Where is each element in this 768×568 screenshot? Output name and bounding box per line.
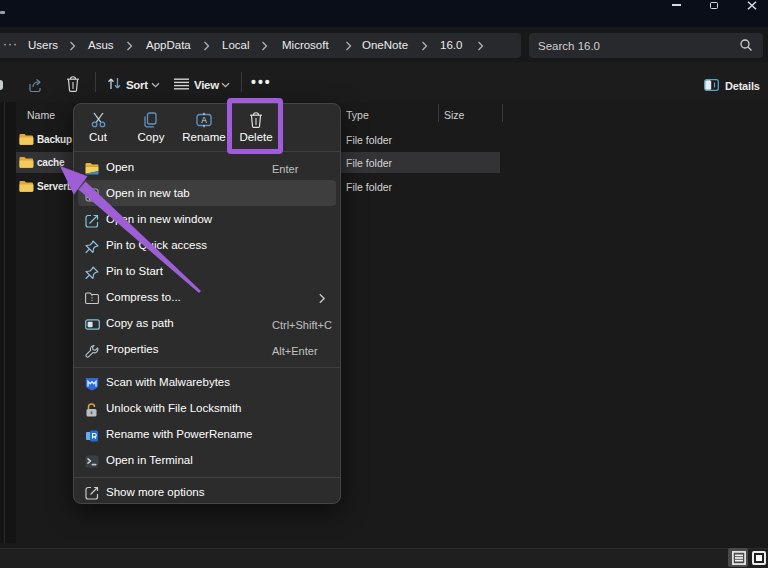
svg-text:A: A xyxy=(201,115,207,125)
